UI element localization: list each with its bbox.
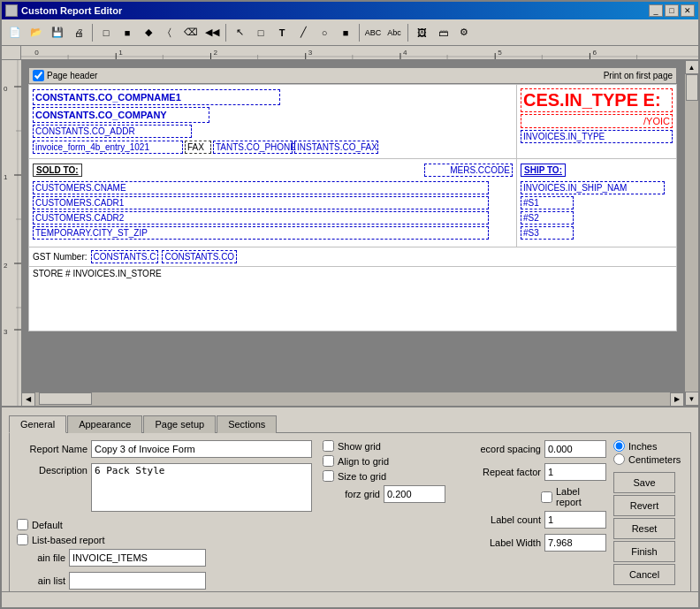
close-button[interactable]: ✕ [681, 4, 695, 17]
tb-btn8[interactable]: 〈 [160, 23, 179, 42]
revert-button[interactable]: Revert [613, 495, 675, 516]
size-grid-checkbox[interactable] [323, 470, 334, 482]
field-cadr2: CUSTOMERS.CADR2 [33, 211, 489, 225]
main-file-label: ain file [17, 552, 65, 563]
forz-grid-row: forz grid [323, 485, 445, 503]
minimize-button[interactable]: _ [649, 4, 663, 17]
h-scroll-thumb[interactable] [39, 392, 92, 405]
ruler-h-area: 0 1 2 3 4 5 6 [2, 46, 698, 60]
repeat-factor-row: Repeat factor [453, 463, 606, 481]
label-count-input[interactable] [544, 511, 606, 529]
repeat-factor-input[interactable] [544, 463, 606, 481]
tabs: General Appearance Page setup Sections [9, 415, 691, 432]
main-window: Custom Report Editor _ □ ✕ 📄 📂 💾 🖨 □ ■ ◆… [0, 0, 700, 609]
v-scroll-up-btn[interactable]: ▲ [685, 60, 699, 74]
label-report-checkbox[interactable] [541, 491, 552, 503]
content-layout: 0 1 2 3 4 5 6 [2, 46, 698, 607]
h-scroll-left-btn[interactable]: ◀ [21, 392, 35, 407]
pointer-tool[interactable]: ↖ [230, 23, 249, 42]
tab-general[interactable]: General [9, 415, 66, 433]
align-grid-checkbox[interactable] [323, 455, 334, 467]
image-tool[interactable]: 🖼 [412, 23, 431, 42]
main-file-row: ain file [17, 549, 312, 567]
band-row2: SOLD TO: MERS.CCODE CUSTOMERS.CNAME CUST… [29, 159, 676, 247]
tab-sections[interactable]: Sections [217, 415, 277, 433]
description-textarea[interactable]: 6 Pack Style [91, 463, 312, 512]
sep2 [225, 24, 226, 42]
settings-tool[interactable]: ⚙ [454, 23, 474, 42]
h-scroll-track[interactable] [35, 392, 670, 406]
record-spacing-row: ecord spacing [453, 440, 606, 458]
open-button[interactable]: 📂 [27, 23, 46, 42]
page-header-checkbox[interactable] [33, 70, 44, 81]
svg-text:4: 4 [403, 49, 407, 57]
band-content: CONSTANTS.CO_COMPNAME1 CONSTANTS.CO_COMP… [28, 84, 677, 331]
field-const2: CONSTANTS.CO [162, 250, 237, 263]
text-tool[interactable]: T [272, 23, 292, 42]
tb-btn7[interactable]: ◆ [139, 23, 158, 42]
tb-btn9[interactable]: ⌫ [181, 23, 201, 42]
status-bar [2, 591, 698, 607]
main-file-input[interactable] [69, 549, 206, 567]
v-scroll-down-btn[interactable]: ▼ [685, 392, 699, 406]
maximize-button[interactable]: □ [665, 4, 679, 17]
ellipse-tool[interactable]: ○ [315, 23, 334, 42]
v-scroll-thumb[interactable] [686, 74, 698, 101]
ruler-h-svg: 0 1 2 3 4 5 6 [21, 46, 698, 60]
save-button[interactable]: Save [613, 472, 675, 493]
label-count-row: Label count [453, 511, 606, 529]
sep3 [359, 24, 360, 42]
tab-content: Report Name Description 6 Pack Style Def… [9, 432, 691, 607]
report-name-input[interactable] [91, 440, 312, 458]
svg-text:1: 1 [4, 173, 8, 181]
label-width-input[interactable] [544, 534, 606, 552]
barcode-tool[interactable]: Abc [384, 23, 404, 42]
label-width-label: Label Width [453, 537, 541, 548]
line-tool[interactable]: ╱ [293, 23, 313, 42]
h-scroll-right-btn[interactable]: ▶ [670, 392, 684, 407]
tb-btn10[interactable]: ◀◀ [202, 23, 222, 42]
show-grid-checkbox[interactable] [323, 440, 334, 452]
page-header-band: Page header Print on first page [28, 67, 677, 84]
db-field-tool[interactable]: 🗃 [433, 23, 453, 42]
canvas-area[interactable]: Page header Print on first page CONSTANT… [21, 60, 684, 392]
canvas-content: Page header Print on first page CONSTANT… [28, 67, 677, 331]
field-compname1: CONSTANTS.CO_COMPNAME1 [33, 89, 280, 105]
sep4 [407, 24, 408, 42]
toolbar: 📄 📂 💾 🖨 □ ■ ◆ 〈 ⌫ ◀◀ ↖ □ T ╱ ○ ■ ABC Abc… [2, 19, 698, 46]
field-cname: CUSTOMERS.CNAME [33, 181, 489, 194]
sold-to-label: SOLD TO: [33, 164, 82, 177]
list-based-checkbox[interactable] [17, 534, 28, 545]
label-tool[interactable]: ABC [363, 23, 383, 42]
tb-btn6[interactable]: ■ [118, 23, 137, 42]
new-button[interactable]: 📄 [5, 23, 25, 42]
bottom-form-layout: Report Name Description 6 Pack Style Def… [17, 440, 683, 607]
sold-to-section: SOLD TO: MERS.CCODE CUSTOMERS.CNAME CUST… [29, 159, 517, 247]
ship-to-section: SHIP TO: INVOICES.IN_SHIP_NAM #S1 #S2 #S… [517, 159, 676, 247]
forz-grid-input[interactable] [384, 485, 445, 503]
tb-btn5[interactable]: □ [96, 23, 116, 42]
print-button[interactable]: 🖨 [69, 23, 88, 42]
title-bar: Custom Report Editor _ □ ✕ [2, 2, 698, 19]
svg-text:3: 3 [4, 328, 8, 336]
reset-button[interactable]: Reset [613, 518, 675, 539]
field-ccode: MERS.CCODE [424, 164, 513, 177]
v-scroll-track[interactable] [685, 74, 698, 392]
main-list-input[interactable] [69, 572, 206, 590]
centimeters-radio[interactable] [613, 453, 625, 465]
tab-appearance[interactable]: Appearance [67, 415, 142, 433]
bottom-panel: General Appearance Page setup Sections R… [2, 406, 698, 591]
band-row1-left: CONSTANTS.CO_COMPNAME1 CONSTANTS.CO_COMP… [29, 85, 517, 158]
record-spacing-input[interactable] [544, 440, 606, 458]
inches-radio[interactable] [613, 440, 625, 452]
square-tool[interactable]: ■ [336, 23, 355, 42]
default-checkbox[interactable] [17, 519, 28, 530]
h-scrollbar: ◀ ▶ [21, 392, 684, 406]
tab-page-setup[interactable]: Page setup [143, 415, 216, 433]
field-yoic: /YOIC [521, 114, 673, 128]
ruler-horizontal: 0 1 2 3 4 5 6 [21, 46, 698, 60]
rect-tool[interactable]: □ [251, 23, 270, 42]
cancel-button[interactable]: Cancel [613, 564, 675, 585]
finish-button[interactable]: Finish [613, 541, 675, 562]
save-toolbar-button[interactable]: 💾 [48, 23, 67, 42]
